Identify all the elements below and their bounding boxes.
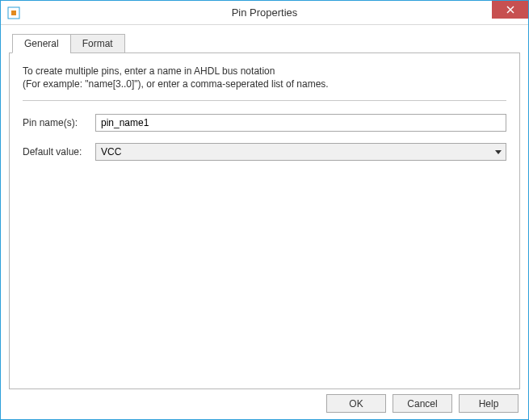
cancel-button[interactable]: Cancel bbox=[393, 394, 452, 413]
tab-format[interactable]: Format bbox=[70, 34, 125, 53]
help-button[interactable]: Help bbox=[459, 394, 519, 413]
select-value: VCC bbox=[101, 146, 121, 158]
default-value-select[interactable]: VCC bbox=[95, 143, 506, 161]
window-title: Pin Properties bbox=[1, 6, 528, 19]
instructions: To create multiple pins, enter a name in… bbox=[23, 65, 506, 90]
pin-name-input[interactable] bbox=[95, 114, 506, 132]
pin-name-label: Pin name(s): bbox=[23, 117, 95, 128]
tabstrip: General Format bbox=[12, 34, 520, 53]
divider bbox=[23, 100, 506, 101]
instructions-line: To create multiple pins, enter a name in… bbox=[23, 65, 506, 78]
dialog-buttons: OK Cancel Help bbox=[9, 394, 520, 413]
default-value-label: Default value: bbox=[23, 146, 95, 158]
dialog-window: Pin Properties General Format To create … bbox=[0, 0, 529, 420]
close-icon bbox=[506, 6, 514, 14]
default-value-row: Default value: VCC bbox=[23, 143, 506, 161]
instructions-line: (For example: "name[3..0]"), or enter a … bbox=[23, 78, 506, 90]
close-button[interactable] bbox=[492, 1, 528, 19]
tab-label: General bbox=[24, 38, 59, 49]
client-area: General Format To create multiple pins, … bbox=[1, 25, 528, 419]
ok-button[interactable]: OK bbox=[326, 394, 386, 413]
tab-panel-general: To create multiple pins, enter a name in… bbox=[9, 52, 520, 389]
pin-name-row: Pin name(s): bbox=[23, 114, 506, 132]
tab-label: Format bbox=[82, 38, 113, 49]
svg-rect-1 bbox=[11, 10, 16, 15]
tab-general[interactable]: General bbox=[12, 34, 71, 53]
app-icon bbox=[7, 6, 20, 19]
titlebar: Pin Properties bbox=[1, 1, 528, 25]
